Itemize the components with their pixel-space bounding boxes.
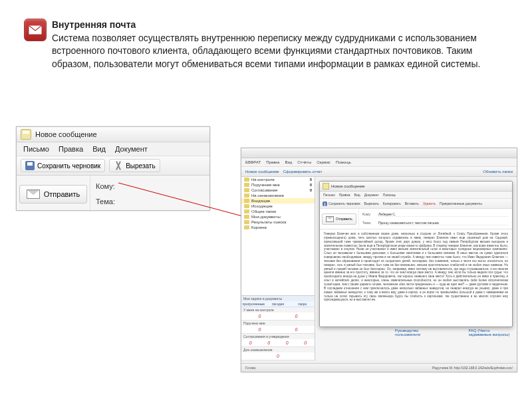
menu-item[interactable]: Вид — [354, 193, 360, 197]
user-guide-link[interactable]: Руководство пользователя — [395, 329, 428, 336]
section-description: Система позволяет осуществлять внутренню… — [52, 33, 480, 69]
app-name: ЕВФРАТ — [245, 160, 261, 164]
folder-icon — [244, 209, 249, 213]
screenshot-app-window: ЕВФРАТ Правка Вид Отчёты Сервис Помощь Н… — [241, 148, 517, 372]
menu-item[interactable]: Документ — [364, 193, 379, 197]
status-ready: Готово — [245, 366, 255, 370]
task-count: 0 — [278, 313, 315, 320]
section-title: Внутренняя почта — [52, 19, 136, 30]
scissors-icon — [114, 161, 123, 170]
folder-icon — [244, 199, 249, 203]
menu-item[interactable]: Вид — [92, 145, 106, 153]
folder-item[interactable]: Общие папки — [241, 209, 315, 214]
menu-item[interactable]: Правка — [339, 193, 350, 197]
folder-icon — [244, 204, 249, 208]
task-count: 0 — [260, 339, 279, 346]
tasks-header: Мои задачи и документы — [241, 296, 315, 301]
menu-item[interactable]: Документ — [115, 145, 148, 153]
task-count: 0 — [278, 339, 297, 346]
task-group-title: Согласования и утверждения — [241, 334, 315, 339]
menu-item[interactable]: Сервис — [317, 160, 331, 164]
message-body[interactable]: Генерал Епанчин жил в собственном своем … — [320, 229, 512, 329]
folder-item[interactable]: Входящие — [241, 198, 315, 203]
faq-link[interactable]: FAQ (Часто задаваемые вопросы) — [468, 329, 511, 336]
delete-button[interactable]: Удалить — [423, 201, 436, 205]
subject-label: Тема: — [96, 198, 204, 205]
subject-label: Тема: — [362, 221, 376, 225]
folder-icon — [244, 178, 249, 182]
status-user: Радуткина М. http://192.168.0.142/eds/Eu… — [432, 366, 513, 370]
mail-compose-icon — [323, 183, 329, 190]
menu-item[interactable]: Помощь — [383, 193, 396, 197]
app-titlebar — [241, 148, 517, 158]
send-button[interactable]: Отправить — [19, 185, 88, 203]
attach-button[interactable]: Прикрепленные документы — [440, 201, 482, 205]
task-group-title: Для ознакомления — [241, 347, 315, 352]
task-group-title: Поручено мне — [241, 321, 315, 326]
paste-button[interactable]: Вставить — [405, 201, 419, 205]
menu-item[interactable]: Отчёты — [297, 160, 311, 164]
task-count: 0 — [297, 339, 315, 346]
folder-item[interactable]: Результаты поиска — [241, 219, 315, 225]
cut-button[interactable]: Вырезать — [109, 159, 160, 172]
task-count: 0 — [278, 326, 315, 333]
menu-item[interactable]: Вид — [285, 160, 292, 164]
folder-icon — [244, 194, 249, 198]
task-count: 0 — [241, 352, 315, 360]
folder-item[interactable]: Исходящие — [241, 203, 315, 209]
save-draft-button[interactable]: Сохранить черновик — [21, 159, 105, 172]
folder-icon — [244, 183, 249, 187]
refresh-button[interactable]: Обновить папки — [483, 170, 513, 174]
window-title: Новое сообщение — [331, 184, 365, 188]
mail-compose-icon — [21, 129, 31, 140]
to-label: Кому: — [362, 212, 376, 217]
save-icon — [25, 161, 35, 170]
folder-item[interactable]: На контроле0 — [241, 177, 315, 182]
folder-icon — [244, 215, 249, 219]
save-draft-button[interactable]: Сохранить черновик — [323, 201, 360, 206]
folder-icon — [244, 188, 249, 192]
compose-window: Новое сообщение Письмо Правка Вид Докуме… — [319, 181, 513, 327]
subject-field[interactable]: Прошу ознакомиться с текстом письма — [378, 221, 509, 225]
menu-item[interactable]: Правка — [59, 145, 83, 153]
task-count: 0 — [241, 339, 260, 346]
envelope-icon — [326, 216, 334, 222]
menu-item[interactable]: Письмо — [23, 145, 49, 153]
menubar: Письмо Правка Вид Документ — [17, 142, 209, 156]
menu-item[interactable]: Помощь — [336, 160, 351, 164]
window-title: Новое сообщение — [35, 130, 97, 138]
to-field[interactable]: Лебедев С. — [378, 212, 509, 217]
save-icon — [323, 201, 327, 206]
menu-item[interactable]: Правка — [266, 160, 279, 164]
new-message-button[interactable]: Новое сообщение — [245, 170, 279, 174]
envelope-icon — [27, 190, 40, 199]
task-count: 0 — [241, 313, 278, 320]
report-button[interactable]: Сформировать отчет — [283, 170, 323, 174]
task-group-title: У меня на контроле — [241, 307, 315, 313]
window-titlebar: Новое сообщение — [17, 127, 209, 142]
folder-item[interactable]: Согласования0 — [241, 188, 315, 193]
folder-icon — [244, 225, 249, 229]
screenshot-new-message: Новое сообщение Письмо Правка Вид Докуме… — [16, 126, 210, 211]
task-count: 0 — [241, 326, 278, 333]
folder-item[interactable]: Мои документы — [241, 214, 315, 219]
folder-tree: На контроле0Поручения мне0Согласования0Н… — [241, 177, 315, 295]
send-button[interactable]: Отправить — [322, 213, 356, 225]
copy-button[interactable]: Копировать — [383, 201, 401, 205]
folder-item[interactable]: Поручения мне0 — [241, 182, 315, 188]
toolbar: Сохранить черновик Вырезать — [17, 156, 209, 176]
menu-item[interactable]: Письмо — [323, 193, 335, 197]
mail-icon — [24, 19, 47, 41]
folder-item[interactable]: Корзина — [241, 225, 315, 230]
cut-button[interactable]: Вырезать — [364, 201, 379, 205]
folder-icon — [244, 220, 249, 224]
to-label: Кому: — [96, 182, 204, 190]
folder-item[interactable]: На ознакомление — [241, 193, 315, 198]
